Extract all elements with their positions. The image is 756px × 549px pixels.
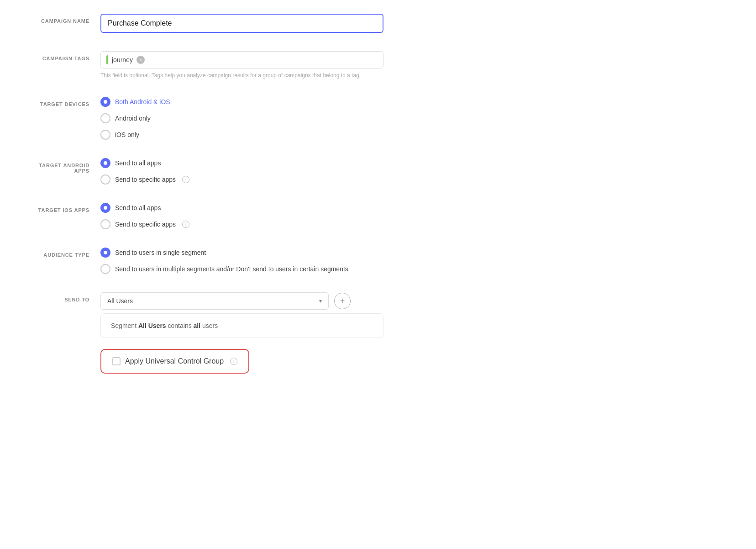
tags-container[interactable]: journey × [100, 51, 383, 69]
radio-android-label: Android only [115, 115, 151, 122]
radio-ios-only[interactable]: iOS only [100, 130, 729, 140]
radio-single-segment[interactable]: Send to users in single segment [100, 248, 729, 258]
send-to-controls: All Users ▾ + [100, 292, 729, 310]
radio-ios-specific-apps[interactable]: Send to specific apps i [100, 219, 729, 229]
android-specific-info-icon[interactable]: i [182, 176, 189, 183]
radio-ios-indicator [100, 130, 110, 140]
send-to-label: SEND TO [27, 292, 100, 302]
radio-single-label: Send to users in single segment [115, 249, 206, 256]
target-ios-apps-content: Send to all apps Send to specific apps i [100, 203, 729, 229]
segment-info-middle: contains [166, 322, 194, 329]
ucg-label: Apply Universal Control Group [125, 357, 224, 365]
ios-apps-radio-group: Send to all apps Send to specific apps i [100, 203, 729, 229]
campaign-tags-content: journey × This field is optional. Tags h… [100, 51, 729, 79]
radio-android-specific-indicator [100, 174, 110, 185]
radio-both-indicator [100, 97, 110, 107]
page-container: CAMPAIGN NAME CAMPAIGN TAGS journey × Th… [0, 0, 756, 549]
target-devices-content: Both Android & iOS Android only iOS only [100, 97, 729, 140]
send-to-row: SEND TO All Users ▾ + Segment All Users … [27, 292, 729, 374]
radio-android-all-apps[interactable]: Send to all apps [100, 158, 729, 168]
radio-both-android-ios[interactable]: Both Android & iOS [100, 97, 729, 107]
audience-type-radio-group: Send to users in single segment Send to … [100, 248, 729, 274]
android-apps-radio-group: Send to all apps Send to specific apps i [100, 158, 729, 185]
campaign-name-content [100, 14, 729, 33]
target-devices-label: TARGET DEVICES [27, 97, 100, 107]
radio-ios-specific-label: Send to specific apps [115, 221, 176, 228]
segment-all-bold: all [194, 322, 201, 329]
target-android-apps-content: Send to all apps Send to specific apps i [100, 158, 729, 185]
send-to-dropdown[interactable]: All Users ▾ [100, 292, 329, 310]
radio-both-label: Both Android & iOS [115, 98, 170, 106]
campaign-tags-label: CAMPAIGN TAGS [27, 51, 100, 61]
radio-ios-all-apps[interactable]: Send to all apps [100, 203, 729, 213]
target-android-apps-row: TARGET ANDROID APPS Send to all apps Sen… [27, 158, 729, 185]
audience-type-label: AUDIENCE TYPE [27, 248, 100, 258]
campaign-tags-row: CAMPAIGN TAGS journey × This field is op… [27, 51, 729, 79]
send-to-value: All Users [107, 297, 133, 305]
radio-multiple-label: Send to users in multiple segments and/o… [115, 265, 348, 273]
target-ios-apps-row: TARGET IOS APPS Send to all apps Send to… [27, 203, 729, 229]
audience-type-content: Send to users in single segment Send to … [100, 248, 729, 274]
segment-info-before: Segment [111, 322, 138, 329]
radio-ios-label: iOS only [115, 131, 139, 138]
tag-color-bar [106, 55, 108, 64]
radio-android-all-indicator [100, 158, 110, 168]
audience-type-row: AUDIENCE TYPE Send to users in single se… [27, 248, 729, 274]
campaign-name-input[interactable] [100, 14, 383, 33]
radio-android-indicator [100, 113, 110, 123]
target-devices-row: TARGET DEVICES Both Android & iOS Androi… [27, 97, 729, 140]
radio-multiple-segments[interactable]: Send to users in multiple segments and/o… [100, 264, 729, 274]
radio-android-all-label: Send to all apps [115, 159, 161, 167]
campaign-name-label: CAMPAIGN NAME [27, 14, 100, 24]
segment-info-box: Segment All Users contains all users [100, 313, 383, 338]
radio-ios-specific-indicator [100, 219, 110, 229]
send-to-content: All Users ▾ + Segment All Users contains… [100, 292, 729, 374]
ucg-container: Apply Universal Control Group i [100, 349, 729, 374]
target-android-apps-label: TARGET ANDROID APPS [27, 158, 100, 174]
radio-ios-all-indicator [100, 203, 110, 213]
radio-android-only[interactable]: Android only [100, 113, 729, 123]
tags-helper-text: This field is optional. Tags help you an… [100, 72, 729, 79]
add-segment-button[interactable]: + [334, 293, 351, 309]
radio-single-indicator [100, 248, 110, 258]
segment-name: All Users [138, 322, 166, 329]
radio-multiple-indicator [100, 264, 110, 274]
ucg-info-icon[interactable]: i [230, 358, 237, 365]
dropdown-arrow-icon: ▾ [319, 298, 322, 304]
ios-specific-info-icon[interactable]: i [182, 221, 189, 228]
tag-label: journey [112, 56, 133, 63]
campaign-name-row: CAMPAIGN NAME [27, 14, 729, 33]
ucg-box[interactable]: Apply Universal Control Group i [100, 349, 249, 374]
segment-info-after: users [200, 322, 218, 329]
ucg-checkbox[interactable] [112, 357, 121, 365]
radio-ios-all-label: Send to all apps [115, 204, 161, 211]
tag-remove-button[interactable]: × [136, 56, 145, 64]
radio-android-specific-label: Send to specific apps [115, 176, 176, 183]
radio-android-specific-apps[interactable]: Send to specific apps i [100, 174, 729, 185]
target-devices-radio-group: Both Android & iOS Android only iOS only [100, 97, 729, 140]
target-ios-apps-label: TARGET IOS APPS [27, 203, 100, 213]
